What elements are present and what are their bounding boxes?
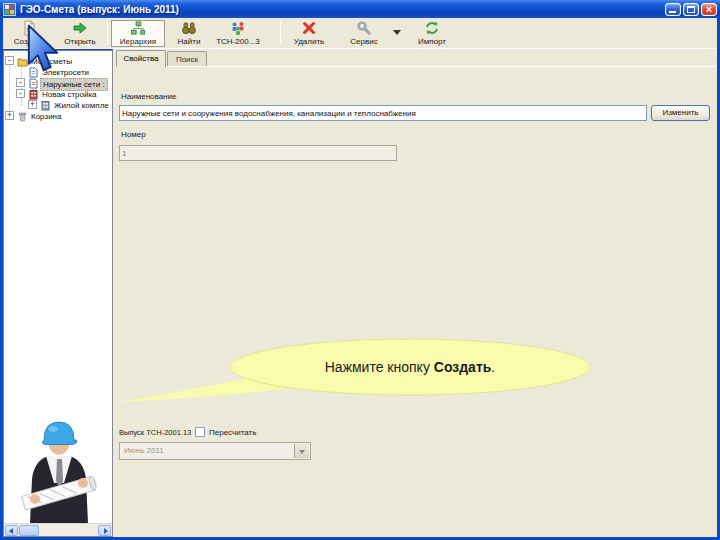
service-wrench-icon — [356, 20, 372, 36]
document-icon — [28, 78, 39, 89]
combo-dropdown-button[interactable] — [294, 444, 309, 458]
tutorial-balloon-text: Нажмите кнопку Создать. — [245, 359, 575, 375]
release-label: Выпуск ТСН-2001.13 — [119, 428, 191, 437]
change-button[interactable]: Изменить — [651, 105, 710, 121]
tree-expander[interactable]: - — [16, 78, 25, 87]
norms-base-icon — [230, 20, 246, 36]
tree-item-zhiloy-kompleks[interactable]: + Жилой компле — [4, 100, 112, 111]
import-refresh-icon — [424, 20, 440, 36]
tab-label: Поиск — [176, 55, 198, 64]
restore-icon — [687, 6, 695, 13]
project-tree-panel: - Мои сметы Электросети - Наружные сети … — [3, 50, 113, 537]
toolbar-button-label: Сервис — [350, 37, 377, 46]
toolbar-button-import[interactable]: Импорт — [409, 20, 455, 47]
tree-expander[interactable]: + — [28, 100, 37, 109]
close-button[interactable]: × — [701, 3, 717, 16]
tab-label: Свойства — [123, 54, 158, 63]
balloon-text-prefix: Нажмите кнопку — [325, 359, 434, 375]
scroll-left-icon — [9, 528, 13, 534]
name-field-label: Наименование — [121, 92, 176, 101]
toolbar-button-label: ТСН-200...3 — [216, 37, 260, 46]
toolbar-button-find[interactable]: Найти — [167, 20, 211, 47]
tree-horizontal-scrollbar[interactable] — [4, 523, 112, 536]
properties-panel: Свойства Поиск Наименование Изменить Ном… — [113, 49, 717, 537]
toolbar-button-open[interactable]: Открыть — [55, 20, 105, 47]
tree-expander[interactable]: - — [5, 56, 14, 65]
chevron-down-icon — [299, 450, 305, 454]
number-field-label: Номер — [121, 130, 146, 139]
document-icon — [28, 67, 39, 78]
toolbar-separator — [280, 22, 281, 45]
tab-search[interactable]: Поиск — [167, 51, 207, 67]
close-icon: × — [702, 3, 716, 16]
open-arrow-icon — [72, 20, 88, 36]
toolbar-separator — [107, 22, 108, 45]
tree-item-label: Корзина — [29, 111, 63, 122]
delete-cross-icon — [301, 20, 317, 36]
minimize-icon — [669, 11, 676, 13]
toolbar-button-service[interactable]: Сервис — [339, 20, 389, 47]
title-bar[interactable]: ГЭО-Смета (выпуск: Июнь 2011) × — [0, 0, 720, 18]
binoculars-icon — [181, 20, 197, 36]
tab-properties[interactable]: Свойства — [116, 50, 166, 67]
number-input[interactable] — [119, 145, 397, 161]
toolbar-button-label: Иерархия — [120, 37, 156, 46]
tree-item-label: Жилой компле — [52, 100, 111, 111]
folder-icon — [17, 56, 28, 67]
toolbar-button-label: Найти — [178, 37, 201, 46]
tree-item-recycle-bin[interactable]: + Корзина — [4, 111, 112, 122]
balloon-text-suffix: . — [491, 359, 495, 375]
service-dropdown-arrow[interactable] — [393, 30, 401, 35]
recalc-checkbox[interactable] — [195, 427, 205, 437]
tree-expander[interactable]: + — [5, 111, 14, 120]
release-period-combo[interactable]: Июнь 2011 — [119, 442, 311, 460]
minimize-button[interactable] — [665, 3, 681, 16]
scroll-left-button[interactable] — [5, 525, 18, 536]
recycle-bin-icon — [17, 111, 28, 122]
tree-item-novaya-stroyka[interactable]: - Новая стройка — [4, 89, 112, 100]
toolbar-button-create[interactable]: Создать — [3, 20, 55, 47]
building-icon — [40, 100, 51, 111]
name-input[interactable] — [119, 105, 647, 121]
tree-item-label: Мои сметы — [29, 56, 74, 67]
scroll-thumb[interactable] — [19, 525, 39, 536]
main-toolbar: Создать Открыть Иерархия — [3, 18, 717, 49]
window-title: ГЭО-Смета (выпуск: Июнь 2011) — [20, 4, 179, 15]
tree-expander[interactable]: - — [16, 89, 25, 98]
toolbar-button-label: Удалить — [294, 37, 325, 46]
toolbar-button-hierarchy[interactable]: Иерархия — [111, 20, 165, 47]
new-document-icon — [21, 20, 37, 36]
tree-item-label: Электросети — [40, 67, 91, 78]
scroll-right-button[interactable] — [98, 525, 111, 536]
release-period-value: Июнь 2011 — [124, 443, 164, 459]
scroll-right-icon — [104, 528, 108, 534]
maximize-button[interactable] — [683, 3, 699, 16]
balloon-text-bold: Создать — [434, 359, 492, 375]
tree-item-label: Новая стройка — [40, 89, 99, 100]
app-icon — [3, 3, 16, 16]
toolbar-button-tsn-base[interactable]: ТСН-200...3 — [212, 20, 264, 47]
assistant-character-image — [6, 411, 112, 523]
application-window: ГЭО-Смета (выпуск: Июнь 2011) × Создать … — [0, 0, 720, 540]
toolbar-button-delete[interactable]: Удалить — [285, 20, 333, 47]
tree-item-my-estimates[interactable]: - Мои сметы — [4, 56, 112, 67]
properties-tab-content: Наименование Изменить Номер Выпуск ТСН-2… — [113, 66, 717, 537]
toolbar-button-label: Открыть — [64, 37, 95, 46]
hierarchy-icon — [130, 21, 146, 36]
toolbar-button-label: Импорт — [418, 37, 446, 46]
toolbar-button-label: Создать — [14, 37, 44, 46]
recalc-label: Пересчитать — [209, 428, 256, 437]
